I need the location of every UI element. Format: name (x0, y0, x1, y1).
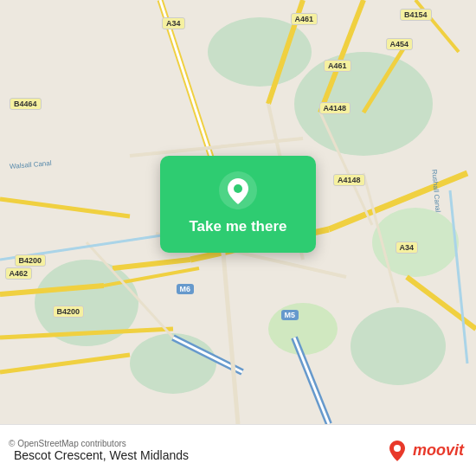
road-label-m5: M5 (281, 310, 299, 320)
svg-point-7 (268, 303, 338, 355)
popup-card[interactable]: Take me there (160, 156, 316, 253)
road-label-m6: M6 (177, 284, 195, 294)
road-label-a461-1: A461 (291, 13, 318, 25)
svg-point-38 (394, 445, 401, 452)
take-me-there-label: Take me there (189, 218, 286, 235)
copyright-text: © OpenStreetMap contributors (9, 439, 385, 448)
road-label-a462: A462 (5, 267, 33, 280)
road-label-a4148-2: A4148 (333, 174, 365, 186)
svg-point-5 (130, 333, 216, 394)
moovit-logo: moovit (385, 439, 464, 463)
road-label-b4464: B4464 (10, 98, 42, 110)
road-label-a34: A34 (162, 17, 185, 29)
road-label-a4148-1: A4148 (319, 102, 351, 114)
bottom-bar: © OpenStreetMap contributors Bescot Cres… (0, 424, 476, 476)
moovit-pin-icon (385, 439, 409, 463)
map-container: A34 A461 A461 A454 B4464 A4148 A4148 A41… (0, 0, 476, 424)
road-label-a461-2: A461 (324, 60, 351, 72)
svg-point-6 (351, 307, 446, 385)
svg-point-1 (294, 52, 433, 156)
moovit-text: moovit (413, 441, 464, 460)
road-label-b4200-1: B4200 (15, 254, 47, 267)
location-pin-icon (219, 171, 257, 209)
road-label-a34-2: A34 (396, 241, 419, 254)
location-name: Bescot Crescent, West Midlands (14, 448, 385, 462)
road-label-b4200-2: B4200 (53, 306, 85, 318)
svg-point-37 (234, 184, 242, 193)
road-label-b4154: B4154 (400, 9, 432, 21)
road-label-a454: A454 (386, 38, 414, 50)
